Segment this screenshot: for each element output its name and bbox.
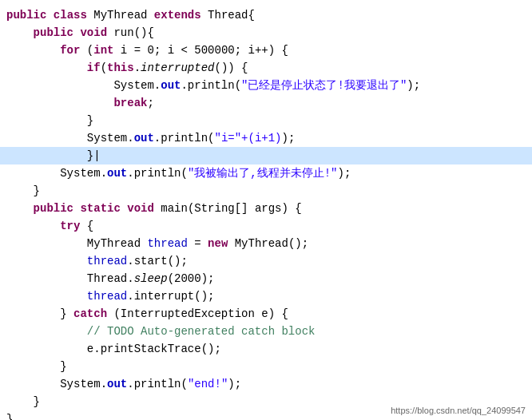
code-line: break;: [0, 94, 532, 112]
code-line: MyThread thread = new MyThread();: [0, 235, 532, 252]
code-line: public static void main(String[] args) {: [0, 200, 532, 217]
code-line: // TODO Auto-generated catch block: [0, 323, 532, 340]
code-line: try {: [0, 217, 532, 235]
watermark: https://blog.csdn.net/qq_24099547: [391, 406, 526, 415]
code-line: for (int i = 0; i < 500000; i++) {: [0, 42, 532, 59]
code-line: thread.start();: [0, 252, 532, 270]
code-line: if(this.interrupted()) {: [0, 59, 532, 77]
code-line: System.out.println("i="+(i+1));: [0, 129, 532, 147]
code-line: }: [0, 358, 532, 375]
code-line: }|: [0, 147, 532, 164]
code-line: System.out.println("end!");: [0, 375, 532, 393]
code-viewer: public class MyThread extends Thread{ pu…: [0, 0, 532, 420]
code-line: public void run(){: [0, 24, 532, 42]
code-line: Thread.sleep(2000);: [0, 270, 532, 287]
code-line: public class MyThread extends Thread{: [0, 6, 532, 24]
code-line: System.out.println("已经是停止状态了!我要退出了");: [0, 77, 532, 94]
code-line: }: [0, 182, 532, 200]
code-line: e.printStackTrace();: [0, 340, 532, 358]
code-block: public class MyThread extends Thread{ pu…: [0, 6, 532, 420]
code-line: System.out.println("我被输出了,线程并未停止!");: [0, 164, 532, 182]
code-line: thread.interrupt();: [0, 287, 532, 305]
code-line: }: [0, 112, 532, 129]
code-line: } catch (InterruptedException e) {: [0, 305, 532, 323]
